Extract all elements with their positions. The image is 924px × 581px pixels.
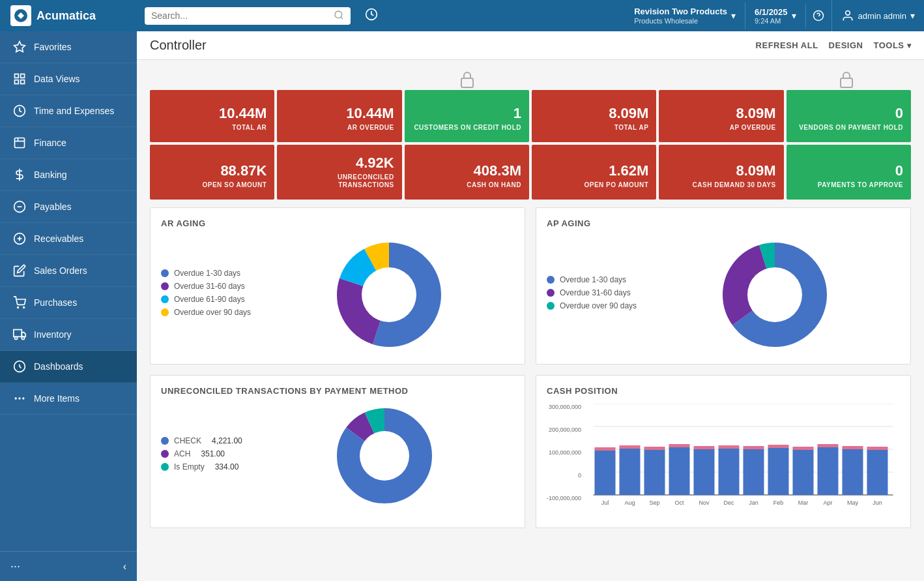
- ar-legend-3: Overdue 61-90 days: [161, 295, 251, 304]
- svg-rect-59: [669, 444, 690, 447]
- user-area[interactable]: admin admin ▾: [832, 9, 924, 22]
- company-selector[interactable]: Revision Two Products Products Wholesale…: [625, 3, 745, 29]
- svg-rect-13: [15, 138, 25, 148]
- sidebar-collapse-button[interactable]: ‹: [123, 561, 126, 573]
- unreconciled-body: CHECK 4,221.00 ACH 351.00 Is Empty: [161, 404, 514, 508]
- search-button[interactable]: [334, 10, 344, 22]
- sidebar-item-receivables[interactable]: Receivables: [0, 223, 137, 255]
- sidebar-item-inventory[interactable]: Inventory: [0, 319, 137, 351]
- svg-rect-71: [818, 444, 839, 447]
- cash-position-body: 300,000,000 200,000,000 100,000,000 0 -1…: [547, 404, 900, 517]
- svg-text:Mar: Mar: [798, 499, 809, 506]
- metric-total-ap[interactable]: 8.09M TOTAL AP: [532, 90, 656, 142]
- svg-point-1: [335, 11, 342, 18]
- svg-rect-53: [595, 447, 616, 451]
- metric-ap-overdue[interactable]: 8.09M AP OVERDUE: [659, 90, 783, 142]
- tools-button[interactable]: TOOLS ▾: [873, 40, 911, 50]
- metric-cash-on-hand[interactable]: 408.3M CASH ON HAND: [405, 145, 529, 200]
- sidebar-item-banking[interactable]: Banking: [0, 159, 137, 191]
- metric-value-unreconciled-tx: 4.92K: [285, 155, 394, 171]
- metric-vendors-payment-hold[interactable]: 0 VENDORS ON PAYMENT HOLD: [787, 90, 911, 142]
- tools-label: TOOLS: [873, 40, 904, 50]
- metric-label-total-ap: TOTAL AP: [540, 124, 648, 132]
- help-button[interactable]: [806, 0, 832, 31]
- sidebar-item-sales-orders[interactable]: Sales Orders: [0, 255, 137, 287]
- bar-chart-svg: Jul Aug Sep Oct Nov Dec Jan Feb Mar Apr: [586, 404, 900, 514]
- svg-rect-66: [768, 448, 789, 495]
- svg-marker-25: [22, 333, 25, 337]
- ap-legend-dot-1: [547, 276, 555, 284]
- date-selector[interactable]: 6/1/2025 9:24 AM ▾: [745, 3, 806, 29]
- svg-rect-72: [843, 449, 863, 495]
- history-button[interactable]: [358, 8, 384, 24]
- sidebar-label-data-views: Data Views: [34, 74, 80, 84]
- svg-rect-58: [669, 447, 690, 495]
- y-label-0: 300,000,000: [549, 404, 581, 410]
- svg-point-30: [19, 398, 20, 399]
- metric-customers-credit-hold[interactable]: 1 CUSTOMERS ON CREDIT HOLD: [405, 90, 529, 142]
- ar-legend-dot-4: [161, 308, 169, 316]
- metric-label-cash-on-hand: CASH ON HAND: [412, 181, 521, 189]
- metric-value-vendors-payment-hold: 0: [794, 106, 903, 121]
- sidebar-item-time-expenses[interactable]: Time and Expenses: [0, 95, 137, 127]
- metric-label-open-po-amount: OPEN PO AMOUNT: [540, 181, 648, 189]
- sidebar-bottom[interactable]: ··· ‹: [0, 551, 137, 581]
- current-time: 9:24 AM: [755, 17, 788, 25]
- unrec-legend-val-1: 4,221.00: [212, 436, 242, 445]
- sidebar-label-banking: Banking: [34, 170, 67, 180]
- svg-text:Aug: Aug: [625, 499, 635, 506]
- svg-marker-7: [14, 42, 25, 52]
- metric-value-cash-on-hand: 408.3M: [412, 163, 521, 179]
- acumatica-logo: [10, 5, 31, 26]
- sidebar-label-dashboards: Dashboards: [34, 361, 83, 372]
- ap-aging-donut: [650, 236, 900, 353]
- sidebar-item-purchases[interactable]: Purchases: [0, 287, 137, 319]
- svg-text:Sep: Sep: [650, 499, 660, 506]
- svg-point-26: [15, 336, 18, 339]
- unrec-legend-label-1: CHECK: [174, 436, 201, 445]
- refresh-all-button[interactable]: REFRESH ALL: [756, 40, 818, 50]
- svg-rect-75: [867, 447, 888, 450]
- svg-point-6: [845, 11, 850, 16]
- ar-legend-4: Overdue over 90 days: [161, 308, 251, 317]
- sidebar-label-finance: Finance: [34, 138, 66, 148]
- ar-aging-legend: Overdue 1-30 days Overdue 31-60 days Ove…: [161, 269, 251, 321]
- metric-label-customers-credit-hold: CUSTOMERS ON CREDIT HOLD: [412, 124, 521, 132]
- sidebar-item-favorites[interactable]: Favorites: [0, 31, 137, 63]
- metric-cash-demand-30[interactable]: 8.09M CASH DEMAND 30 DAYS: [659, 145, 783, 200]
- sidebar-label-sales-orders: Sales Orders: [34, 265, 87, 276]
- svg-rect-68: [793, 450, 814, 495]
- svg-text:Jan: Jan: [749, 499, 758, 506]
- design-button[interactable]: DESIGN: [829, 40, 863, 50]
- sidebar-item-data-views[interactable]: Data Views: [0, 63, 137, 95]
- metric-label-open-so-amount: OPEN SO AMOUNT: [158, 181, 267, 189]
- ar-aging-panel: AR AGING Overdue 1-30 days Overdue 31-60…: [150, 207, 525, 365]
- cash-position-panel: CASH POSITION 300,000,000 200,000,000 10…: [536, 375, 911, 528]
- metric-ar-overdue[interactable]: 10.44M AR OVERDUE: [277, 90, 401, 142]
- y-label-2: 100,000,000: [549, 449, 581, 456]
- unreconciled-panel: UNRECONCILED TRANSACTIONS BY PAYMENT MET…: [150, 375, 525, 528]
- search-input[interactable]: [151, 10, 330, 21]
- sidebar-item-dashboards[interactable]: Dashboards: [0, 351, 137, 383]
- svg-point-42: [747, 267, 802, 322]
- svg-rect-56: [644, 450, 665, 495]
- ap-legend-label-3: Overdue over 90 days: [560, 301, 637, 310]
- ar-aging-donut: [264, 236, 514, 353]
- metric-unreconciled-tx[interactable]: 4.92K UNRECONCILED TRANSACTIONS: [277, 145, 401, 200]
- metric-label-cash-demand-30: CASH DEMAND 30 DAYS: [667, 181, 775, 189]
- svg-point-31: [23, 398, 24, 399]
- sidebar-item-finance[interactable]: Finance: [0, 127, 137, 159]
- sidebar-dots: ···: [10, 559, 20, 573]
- metric-open-po-amount[interactable]: 1.62M OPEN PO AMOUNT: [532, 145, 656, 200]
- metrics-row-2: 88.87K OPEN SO AMOUNT 4.92K UNRECONCILED…: [150, 145, 911, 200]
- current-date: 6/1/2025: [755, 7, 788, 17]
- sidebar-label-receivables: Receivables: [34, 233, 83, 244]
- sidebar-item-payables[interactable]: Payables: [0, 191, 137, 223]
- sidebar-label-time-expenses: Time and Expenses: [34, 106, 114, 116]
- ar-legend-label-3: Overdue 61-90 days: [174, 295, 245, 304]
- sidebar-item-more-items[interactable]: More Items: [0, 383, 137, 415]
- metric-open-so-amount[interactable]: 88.87K OPEN SO AMOUNT: [150, 145, 274, 200]
- ap-legend-2: Overdue 31-60 days: [547, 288, 637, 297]
- metric-payments-to-approve[interactable]: 0 PAYMENTS TO APPROVE: [787, 145, 911, 200]
- metric-total-ar[interactable]: 10.44M TOTAL AR: [150, 90, 274, 142]
